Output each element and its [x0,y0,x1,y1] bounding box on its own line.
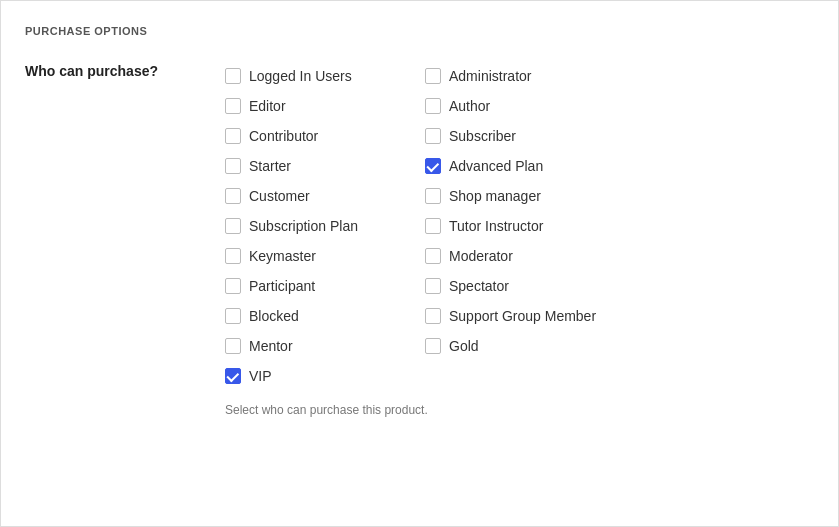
checkbox-item-gold[interactable]: Gold [425,331,645,361]
checkbox-item-participant[interactable]: Participant [225,271,425,301]
checkbox-advanced-plan[interactable] [425,158,441,174]
who-can-purchase-row: Who can purchase? Logged In UsersAdminis… [25,61,814,417]
checkbox-label-contributor: Contributor [249,128,318,144]
checkbox-item-starter[interactable]: Starter [225,151,425,181]
checkbox-label-administrator: Administrator [449,68,531,84]
checkbox-tutor-instructor[interactable] [425,218,441,234]
checkbox-label-editor: Editor [249,98,286,114]
checkbox-customer[interactable] [225,188,241,204]
checkbox-vip[interactable] [225,368,241,384]
checkboxes-container: Logged In UsersAdministratorEditorAuthor… [225,61,645,417]
checkbox-item-subscriber[interactable]: Subscriber [425,121,645,151]
checkbox-support-group-member[interactable] [425,308,441,324]
checkbox-label-spectator: Spectator [449,278,509,294]
checkbox-spectator[interactable] [425,278,441,294]
checkbox-item-shop-manager[interactable]: Shop manager [425,181,645,211]
checkbox-contributor[interactable] [225,128,241,144]
checkbox-label-participant: Participant [249,278,315,294]
checkbox-item-blocked[interactable]: Blocked [225,301,425,331]
checkbox-item-advanced-plan[interactable]: Advanced Plan [425,151,645,181]
checkbox-starter[interactable] [225,158,241,174]
checkbox-item-keymaster[interactable]: Keymaster [225,241,425,271]
checkbox-label-starter: Starter [249,158,291,174]
checkbox-item-tutor-instructor[interactable]: Tutor Instructor [425,211,645,241]
checkbox-item-spectator[interactable]: Spectator [425,271,645,301]
checkbox-label-author: Author [449,98,490,114]
checkbox-item-author[interactable]: Author [425,91,645,121]
checkbox-label-support-group-member: Support Group Member [449,308,596,324]
checkbox-label-vip: VIP [249,368,272,384]
checkbox-label-subscription-plan: Subscription Plan [249,218,358,234]
checkbox-participant[interactable] [225,278,241,294]
checkbox-label-subscriber: Subscriber [449,128,516,144]
checkbox-label-keymaster: Keymaster [249,248,316,264]
helper-text: Select who can purchase this product. [225,403,645,417]
checkbox-gold[interactable] [425,338,441,354]
checkbox-label-gold: Gold [449,338,479,354]
checkbox-mentor[interactable] [225,338,241,354]
checkbox-label-advanced-plan: Advanced Plan [449,158,543,174]
section-title: PURCHASE OPTIONS [25,25,814,37]
checkbox-label-tutor-instructor: Tutor Instructor [449,218,543,234]
checkbox-item-logged-in-users[interactable]: Logged In Users [225,61,425,91]
checkbox-item-vip[interactable]: VIP [225,361,425,391]
checkbox-item-editor[interactable]: Editor [225,91,425,121]
checkbox-item-administrator[interactable]: Administrator [425,61,645,91]
checkbox-item-moderator[interactable]: Moderator [425,241,645,271]
checkbox-administrator[interactable] [425,68,441,84]
checkbox-keymaster[interactable] [225,248,241,264]
checkbox-label-blocked: Blocked [249,308,299,324]
purchase-options-section: PURCHASE OPTIONS Who can purchase? Logge… [0,0,839,527]
checkbox-item-subscription-plan[interactable]: Subscription Plan [225,211,425,241]
checkbox-logged-in-users[interactable] [225,68,241,84]
checkbox-editor[interactable] [225,98,241,114]
checkbox-item-mentor[interactable]: Mentor [225,331,425,361]
checkbox-item-support-group-member[interactable]: Support Group Member [425,301,645,331]
checkbox-label-shop-manager: Shop manager [449,188,541,204]
checkbox-author[interactable] [425,98,441,114]
checkbox-label-logged-in-users: Logged In Users [249,68,352,84]
checkbox-label-moderator: Moderator [449,248,513,264]
checkbox-item-contributor[interactable]: Contributor [225,121,425,151]
checkbox-subscriber[interactable] [425,128,441,144]
checkbox-item-customer[interactable]: Customer [225,181,425,211]
checkbox-moderator[interactable] [425,248,441,264]
field-label: Who can purchase? [25,61,185,79]
checkbox-label-customer: Customer [249,188,310,204]
checkbox-shop-manager[interactable] [425,188,441,204]
checkbox-subscription-plan[interactable] [225,218,241,234]
checkboxes-grid: Logged In UsersAdministratorEditorAuthor… [225,61,645,391]
checkbox-blocked[interactable] [225,308,241,324]
checkbox-label-mentor: Mentor [249,338,293,354]
